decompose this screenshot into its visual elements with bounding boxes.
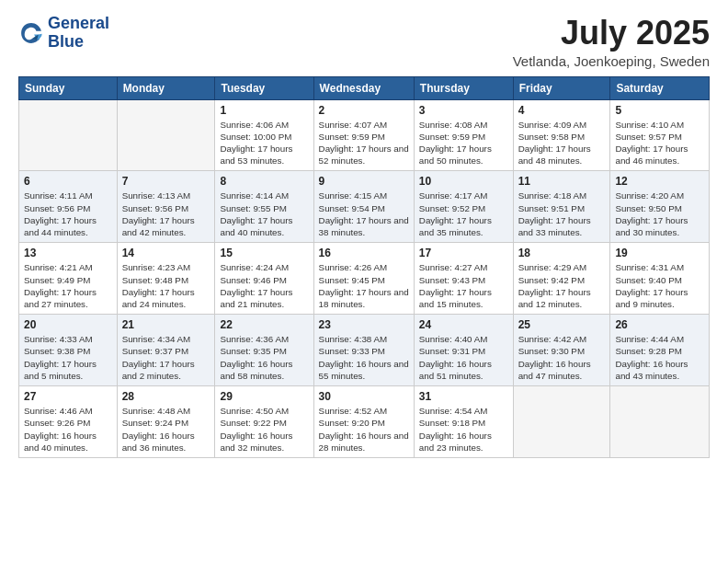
col-thursday: Thursday [414, 76, 513, 99]
calendar-cell: 18Sunrise: 4:29 AM Sunset: 9:42 PM Dayli… [513, 243, 610, 315]
day-detail: Sunrise: 4:44 AM Sunset: 9:28 PM Dayligh… [615, 333, 704, 382]
day-number: 6 [24, 175, 112, 188]
day-detail: Sunrise: 4:40 AM Sunset: 9:31 PM Dayligh… [419, 333, 508, 382]
calendar-cell: 31Sunrise: 4:54 AM Sunset: 9:18 PM Dayli… [414, 386, 513, 458]
day-detail: Sunrise: 4:21 AM Sunset: 9:49 PM Dayligh… [24, 261, 112, 310]
day-detail: Sunrise: 4:38 AM Sunset: 9:33 PM Dayligh… [319, 333, 409, 382]
calendar-cell: 10Sunrise: 4:17 AM Sunset: 9:52 PM Dayli… [414, 171, 513, 243]
calendar-cell: 6Sunrise: 4:11 AM Sunset: 9:56 PM Daylig… [19, 171, 118, 243]
day-number: 3 [419, 104, 508, 117]
day-detail: Sunrise: 4:33 AM Sunset: 9:38 PM Dayligh… [24, 333, 112, 382]
day-number: 26 [615, 318, 704, 331]
calendar-cell: 4Sunrise: 4:09 AM Sunset: 9:58 PM Daylig… [513, 99, 610, 171]
day-detail: Sunrise: 4:23 AM Sunset: 9:48 PM Dayligh… [122, 261, 210, 310]
day-detail: Sunrise: 4:14 AM Sunset: 9:55 PM Dayligh… [220, 190, 308, 238]
col-saturday: Saturday [610, 76, 710, 99]
day-number: 28 [122, 390, 210, 403]
calendar-cell [610, 386, 710, 458]
calendar-cell [117, 99, 215, 171]
calendar-header: Sunday Monday Tuesday Wednesday Thursday… [19, 76, 710, 99]
col-monday: Monday [117, 76, 215, 99]
calendar-table: Sunday Monday Tuesday Wednesday Thursday… [18, 76, 710, 458]
calendar-cell: 16Sunrise: 4:26 AM Sunset: 9:45 PM Dayli… [313, 243, 414, 315]
day-detail: Sunrise: 4:36 AM Sunset: 9:35 PM Dayligh… [220, 333, 308, 382]
day-number: 2 [319, 104, 409, 117]
day-number: 29 [220, 390, 308, 403]
day-detail: Sunrise: 4:10 AM Sunset: 9:57 PM Dayligh… [615, 119, 704, 167]
calendar-cell: 30Sunrise: 4:52 AM Sunset: 9:20 PM Dayli… [313, 386, 414, 458]
logo-line2: Blue [48, 33, 109, 52]
day-number: 10 [419, 175, 508, 188]
calendar-row-1: 1Sunrise: 4:06 AM Sunset: 10:00 PM Dayli… [19, 99, 710, 171]
day-number: 22 [220, 318, 308, 331]
calendar-cell: 27Sunrise: 4:46 AM Sunset: 9:26 PM Dayli… [19, 386, 118, 458]
day-detail: Sunrise: 4:15 AM Sunset: 9:54 PM Dayligh… [319, 190, 409, 238]
calendar-cell: 1Sunrise: 4:06 AM Sunset: 10:00 PM Dayli… [215, 99, 313, 171]
calendar-row-3: 13Sunrise: 4:21 AM Sunset: 9:49 PM Dayli… [19, 243, 710, 315]
day-number: 14 [122, 247, 210, 259]
location: Vetlanda, Joenkoeping, Sweden [513, 53, 710, 69]
day-detail: Sunrise: 4:42 AM Sunset: 9:30 PM Dayligh… [518, 333, 606, 382]
calendar-cell: 9Sunrise: 4:15 AM Sunset: 9:54 PM Daylig… [313, 171, 414, 243]
logo: General Blue [18, 15, 109, 52]
day-number: 27 [24, 390, 112, 403]
day-detail: Sunrise: 4:34 AM Sunset: 9:37 PM Dayligh… [122, 333, 210, 382]
day-detail: Sunrise: 4:52 AM Sunset: 9:20 PM Dayligh… [319, 405, 409, 454]
day-detail: Sunrise: 4:07 AM Sunset: 9:59 PM Dayligh… [319, 119, 409, 167]
day-number: 30 [319, 390, 409, 403]
calendar-cell: 29Sunrise: 4:50 AM Sunset: 9:22 PM Dayli… [215, 386, 313, 458]
calendar-cell: 13Sunrise: 4:21 AM Sunset: 9:49 PM Dayli… [19, 243, 118, 315]
day-detail: Sunrise: 4:26 AM Sunset: 9:45 PM Dayligh… [319, 261, 409, 310]
calendar-cell: 12Sunrise: 4:20 AM Sunset: 9:50 PM Dayli… [610, 171, 710, 243]
day-number: 15 [220, 247, 308, 259]
col-wednesday: Wednesday [313, 76, 414, 99]
calendar-cell: 25Sunrise: 4:42 AM Sunset: 9:30 PM Dayli… [513, 315, 610, 386]
day-detail: Sunrise: 4:24 AM Sunset: 9:46 PM Dayligh… [220, 261, 308, 310]
day-number: 24 [419, 318, 508, 331]
calendar-cell: 5Sunrise: 4:10 AM Sunset: 9:57 PM Daylig… [610, 99, 710, 171]
day-number: 17 [419, 247, 508, 259]
calendar-cell [19, 99, 118, 171]
day-number: 31 [419, 390, 508, 403]
day-detail: Sunrise: 4:11 AM Sunset: 9:56 PM Dayligh… [24, 190, 112, 238]
calendar-cell: 17Sunrise: 4:27 AM Sunset: 9:43 PM Dayli… [414, 243, 513, 315]
calendar-row-5: 27Sunrise: 4:46 AM Sunset: 9:26 PM Dayli… [19, 386, 710, 458]
calendar-cell: 3Sunrise: 4:08 AM Sunset: 9:59 PM Daylig… [414, 99, 513, 171]
day-number: 5 [615, 104, 704, 117]
day-number: 16 [319, 247, 409, 259]
day-number: 11 [518, 175, 606, 188]
day-number: 18 [518, 247, 606, 259]
title-block: July 2025 Vetlanda, Joenkoeping, Sweden [513, 15, 710, 69]
calendar-cell: 23Sunrise: 4:38 AM Sunset: 9:33 PM Dayli… [313, 315, 414, 386]
calendar-cell [513, 386, 610, 458]
day-number: 9 [319, 175, 409, 188]
day-detail: Sunrise: 4:50 AM Sunset: 9:22 PM Dayligh… [220, 405, 308, 454]
day-detail: Sunrise: 4:17 AM Sunset: 9:52 PM Dayligh… [419, 190, 508, 238]
logo-line1: General [48, 15, 109, 33]
day-number: 13 [24, 247, 112, 259]
page: General Blue July 2025 Vetlanda, Joenkoe… [0, 0, 728, 563]
day-detail: Sunrise: 4:09 AM Sunset: 9:58 PM Dayligh… [518, 119, 606, 167]
calendar-cell: 14Sunrise: 4:23 AM Sunset: 9:48 PM Dayli… [117, 243, 215, 315]
calendar-cell: 26Sunrise: 4:44 AM Sunset: 9:28 PM Dayli… [610, 315, 710, 386]
calendar-row-2: 6Sunrise: 4:11 AM Sunset: 9:56 PM Daylig… [19, 171, 710, 243]
calendar-cell: 21Sunrise: 4:34 AM Sunset: 9:37 PM Dayli… [117, 315, 215, 386]
logo-text: General Blue [48, 15, 109, 52]
calendar-cell: 22Sunrise: 4:36 AM Sunset: 9:35 PM Dayli… [215, 315, 313, 386]
day-detail: Sunrise: 4:27 AM Sunset: 9:43 PM Dayligh… [419, 261, 508, 310]
calendar-cell: 24Sunrise: 4:40 AM Sunset: 9:31 PM Dayli… [414, 315, 513, 386]
header: General Blue July 2025 Vetlanda, Joenkoe… [18, 15, 710, 69]
calendar-cell: 8Sunrise: 4:14 AM Sunset: 9:55 PM Daylig… [215, 171, 313, 243]
col-tuesday: Tuesday [215, 76, 313, 99]
day-detail: Sunrise: 4:54 AM Sunset: 9:18 PM Dayligh… [419, 405, 508, 454]
col-sunday: Sunday [19, 76, 118, 99]
day-detail: Sunrise: 4:06 AM Sunset: 10:00 PM Daylig… [220, 119, 308, 167]
calendar-cell: 11Sunrise: 4:18 AM Sunset: 9:51 PM Dayli… [513, 171, 610, 243]
day-detail: Sunrise: 4:31 AM Sunset: 9:40 PM Dayligh… [615, 261, 704, 310]
calendar-cell: 28Sunrise: 4:48 AM Sunset: 9:24 PM Dayli… [117, 386, 215, 458]
day-number: 19 [615, 247, 704, 259]
day-detail: Sunrise: 4:48 AM Sunset: 9:24 PM Dayligh… [122, 405, 210, 454]
day-number: 23 [319, 318, 409, 331]
day-number: 7 [122, 175, 210, 188]
month-year: July 2025 [513, 15, 710, 52]
